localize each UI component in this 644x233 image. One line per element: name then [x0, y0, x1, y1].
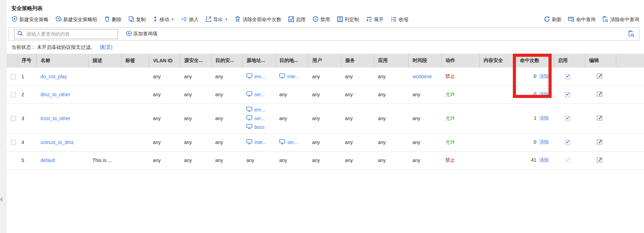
main-panel: 安全策略列表 新建安全策略 新建安全策略组 删除 复制 移动 ▼ [7, 0, 644, 233]
enable-checkbox-disabled [565, 158, 570, 163]
shield-plus-icon [11, 16, 18, 23]
header-application: 应用 [374, 54, 408, 68]
configure-link[interactable]: [配置] [100, 44, 112, 50]
cell-service: any [341, 104, 374, 133]
dst-address-link[interactable]: Inte... [287, 74, 299, 79]
policy-name-link[interactable]: untrust_to_dmz [40, 140, 74, 145]
row-checkbox[interactable] [11, 140, 16, 145]
host-monitor-icon [246, 107, 252, 113]
src-address-link[interactable]: ser... [254, 116, 265, 121]
cell-app: any [374, 68, 408, 86]
enable-button[interactable]: 启用 [288, 16, 306, 23]
collapse-icon [391, 16, 397, 23]
refresh-button[interactable]: 刷新 [544, 16, 562, 23]
src-address-link[interactable]: ser... [254, 92, 265, 97]
action-value: 允许 [445, 139, 455, 145]
copy-button[interactable]: 复制 [128, 16, 146, 23]
new-policy-button[interactable]: 新建安全策略 [11, 16, 48, 23]
edit-button[interactable] [597, 156, 603, 164]
add-query-item-button[interactable]: 添加查询项 [124, 30, 160, 38]
table-row: 5 default This is ... any any any any an… [7, 151, 644, 169]
cell-seq: 4 [17, 133, 36, 151]
insert-button[interactable]: 插入 [181, 16, 199, 23]
disable-button[interactable]: 禁用 [312, 16, 330, 23]
delete-button[interactable]: 删除 [104, 16, 121, 23]
cell-seq: 3 [17, 104, 36, 133]
panel-collapse-handle[interactable] [0, 197, 2, 202]
src-address-link[interactable]: Inte... [254, 140, 266, 145]
expand-button[interactable]: 展开 [366, 16, 384, 23]
clear-hit-query-button[interactable]: 清除命中查询 [602, 16, 639, 23]
cell-seq: 1 [17, 68, 36, 86]
cell-tag [121, 68, 149, 86]
row-checkbox[interactable] [11, 92, 16, 97]
row-checkbox[interactable] [11, 116, 16, 121]
clear-hits-link[interactable]: 清除 [539, 157, 549, 163]
edit-pencil-icon [597, 117, 603, 122]
src-address-link[interactable]: em... [254, 74, 265, 79]
hit-query-button[interactable]: 命中查询 [568, 16, 596, 23]
export-button[interactable]: 导出 ▼ [206, 16, 228, 23]
header-src-address: 源地址... [242, 54, 275, 68]
header-hit-count: 命中次数 [516, 54, 554, 68]
policy-name-link[interactable]: do_not_play [40, 74, 67, 79]
row-checkbox[interactable] [11, 74, 16, 79]
time-range-link[interactable]: worktime [412, 74, 432, 79]
edit-pencil-icon [597, 159, 603, 164]
policy-name-link[interactable]: trust_to_other [40, 116, 70, 121]
move-button[interactable]: 移动 ▼ [153, 16, 174, 23]
status-text: 未开启基础协议报文过滤。 [37, 44, 95, 50]
clear-hits-link[interactable]: 清除 [539, 139, 549, 145]
collapse-button[interactable]: 收缩 [391, 16, 408, 23]
policy-name-link[interactable]: default [40, 158, 55, 163]
hit-count-value: 0 [534, 139, 536, 145]
enable-checkbox[interactable] [565, 92, 570, 97]
cell-user: any [308, 104, 341, 133]
clear-hits-link[interactable]: 清除 [539, 115, 549, 121]
clear-all-hits-button[interactable]: 00 清除全部命中次数 [235, 16, 281, 23]
header-src-zone: 源安全... [180, 54, 211, 68]
cell-src-zone: any [180, 68, 211, 86]
disable-circle-icon [312, 16, 319, 23]
action-value: 允许 [445, 115, 455, 121]
search-input[interactable] [26, 31, 115, 37]
hit-query-icon [568, 16, 574, 23]
clear-hits-link[interactable]: 清除 [539, 73, 549, 79]
edit-button[interactable] [597, 91, 603, 98]
cell-no-checkbox [7, 151, 17, 169]
cell-description [88, 104, 121, 133]
search-input-box[interactable] [14, 29, 118, 39]
move-icon [153, 16, 158, 23]
edit-button[interactable] [597, 73, 603, 80]
enable-checkbox[interactable] [565, 140, 570, 145]
edit-button[interactable] [597, 138, 603, 146]
refresh-icon [544, 16, 550, 23]
policy-name-link[interactable]: dmz_to_other [40, 92, 70, 97]
column-customize-button[interactable]: 列定制 [337, 16, 359, 23]
hit-count-value: 0 [534, 91, 536, 97]
edit-button[interactable] [597, 115, 603, 122]
clear-all-hits-icon: 00 [235, 16, 241, 23]
cell-dst-zone: any [211, 104, 242, 133]
clear-query-button[interactable] [627, 30, 634, 38]
cell-content-security [479, 133, 516, 151]
table-row: 3 trust_to_other any any any em... ser..… [7, 104, 644, 133]
cell-tag [121, 86, 149, 104]
src-address-link[interactable]: boss [254, 124, 265, 130]
cell-dst-address: any [275, 151, 308, 169]
column-customize-icon [337, 16, 343, 23]
chevron-down-icon: ▼ [225, 18, 228, 21]
page-title: 安全策略列表 [7, 0, 644, 16]
header-user: 用户 [308, 54, 341, 68]
new-policy-group-button[interactable]: 新建安全策略组 [55, 16, 97, 23]
enable-checkbox-icon [288, 16, 294, 23]
src-address-link[interactable]: em... [254, 107, 265, 113]
clear-hits-link[interactable]: 清除 [539, 91, 549, 97]
enable-checkbox[interactable] [565, 74, 570, 79]
cell-time-range: any [408, 104, 441, 133]
header-filler [616, 54, 644, 68]
dst-address-link[interactable]: ser... [287, 140, 298, 145]
enable-checkbox[interactable] [565, 116, 570, 121]
cell-time-range: any [408, 86, 441, 104]
cell-content-security [479, 104, 516, 133]
